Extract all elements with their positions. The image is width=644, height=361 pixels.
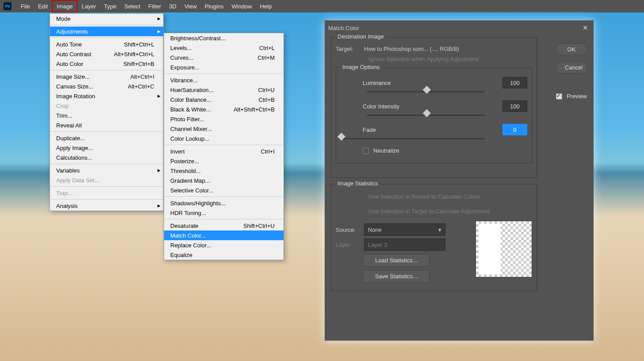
close-icon[interactable]: ✕ <box>583 24 588 32</box>
mi-replace-color[interactable]: Replace Color... <box>164 240 284 250</box>
match-color-dialog: Match Color ✕ OK Cancel Preview Destinat… <box>325 20 594 341</box>
ps-logo-icon: Ps <box>4 2 12 10</box>
mi-calculations[interactable]: Calculations... <box>50 153 163 162</box>
luminance-label: Luminance <box>363 80 391 86</box>
mi-photo-filter[interactable]: Photo Filter... <box>164 114 284 124</box>
neutralize-checkbox[interactable] <box>363 148 369 154</box>
menu-3d[interactable]: 3D <box>165 0 180 12</box>
mi-vibrance[interactable]: Vibrance... <box>164 75 284 85</box>
mi-auto-color[interactable]: Auto ColorShift+Ctrl+B <box>50 59 163 69</box>
mi-auto-contrast[interactable]: Auto ContrastAlt+Shift+Ctrl+L <box>50 49 163 59</box>
use-tgt-label: Use Selection in Target to Calculate Adj… <box>368 208 490 215</box>
save-statistics-button[interactable]: Save Statistics... <box>363 270 429 283</box>
mi-equalize[interactable]: Equalize <box>164 250 284 260</box>
mi-channel-mixer[interactable]: Channel Mixer... <box>164 124 284 134</box>
menu-file[interactable]: File <box>17 0 34 12</box>
layer-select: Layer 3 <box>364 238 445 251</box>
mi-curves[interactable]: Curves...Ctrl+M <box>164 53 284 62</box>
target-value: How to Photoshop som... (..., RGB/8) <box>364 46 459 52</box>
load-statistics-button[interactable]: Load Statistics... <box>363 254 429 267</box>
color-intensity-label: Color Intensity <box>363 103 399 110</box>
mi-selective-color[interactable]: Selective Color... <box>164 185 284 195</box>
adjustments-submenu: Brightness/Contrast... Levels...Ctrl+L C… <box>164 33 284 260</box>
menu-select[interactable]: Select <box>120 0 144 12</box>
mi-variables[interactable]: Variables▶ <box>50 165 163 175</box>
mi-color-balance[interactable]: Color Balance...Ctrl+B <box>164 95 284 104</box>
menu-image[interactable]: Image <box>52 0 77 12</box>
mi-threshold[interactable]: Threshold... <box>164 166 284 176</box>
mi-match-color[interactable]: Match Color... <box>164 230 284 240</box>
source-label: Source: <box>336 227 364 233</box>
preview-label: Preview <box>567 93 587 100</box>
fade-label: Fade <box>363 127 376 133</box>
preview-checkbox[interactable] <box>556 93 562 100</box>
chevron-right-icon: ▶ <box>157 168 161 173</box>
menu-type[interactable]: Type <box>100 0 120 12</box>
menu-filter[interactable]: Filter <box>144 0 165 12</box>
image-options-legend: Image Options <box>340 64 383 70</box>
menubar: Ps File Edit Image Layer Type Select Fil… <box>0 0 644 12</box>
mi-adjustments[interactable]: Adjustments▶ <box>50 27 163 36</box>
menu-view[interactable]: View <box>180 0 201 12</box>
luminance-slider[interactable] <box>367 91 485 92</box>
use-src-label: Use Selection in Source to Calculate Col… <box>368 193 480 200</box>
mi-mode[interactable]: Mode▶ <box>50 14 163 23</box>
mi-reveal-all[interactable]: Reveal All <box>50 120 163 130</box>
luminance-input[interactable]: 100 <box>502 77 527 88</box>
mi-shadows-highlights[interactable]: Shadows/Highlights... <box>164 198 284 208</box>
mi-image-size[interactable]: Image Size...Alt+Ctrl+I <box>50 72 163 81</box>
mi-posterize[interactable]: Posterize... <box>164 156 284 166</box>
mi-hdr-toning[interactable]: HDR Toning... <box>164 208 284 218</box>
mi-black-white[interactable]: Black & White...Alt+Shift+Ctrl+B <box>164 104 284 114</box>
menu-help[interactable]: Help <box>256 0 276 12</box>
use-src-checkbox <box>358 194 364 200</box>
mi-crop: Crop <box>50 101 163 111</box>
ignore-checkbox <box>358 56 364 62</box>
mi-desaturate[interactable]: DesaturateShift+Ctrl+U <box>164 221 284 230</box>
mi-hue-saturation[interactable]: Hue/Saturation...Ctrl+U <box>164 85 284 95</box>
chevron-right-icon: ▶ <box>157 204 161 208</box>
mi-gradient-map[interactable]: Gradient Map... <box>164 176 284 185</box>
mi-analysis[interactable]: Analysis▶ <box>50 201 163 211</box>
mi-auto-tone[interactable]: Auto ToneShift+Ctrl+L <box>50 39 163 49</box>
layer-label: Layer: <box>336 242 364 248</box>
menu-edit[interactable]: Edit <box>34 0 52 12</box>
mi-canvas-size[interactable]: Canvas Size...Alt+Ctrl+C <box>50 81 163 91</box>
fade-input[interactable]: 0 <box>502 124 527 135</box>
chevron-right-icon: ▶ <box>157 94 161 98</box>
source-preview <box>475 221 532 277</box>
menu-layer[interactable]: Layer <box>78 0 100 12</box>
use-tgt-checkbox <box>358 208 364 215</box>
cancel-button[interactable]: Cancel <box>556 61 587 73</box>
destination-legend: Destination Image <box>335 33 387 40</box>
fade-slider[interactable] <box>341 138 485 139</box>
image-menu-dropdown: Mode▶ Adjustments▶ Auto ToneShift+Ctrl+L… <box>50 13 164 211</box>
dialog-title: Match Color <box>328 25 359 31</box>
mi-trim[interactable]: Trim... <box>50 111 163 120</box>
chevron-down-icon: ▾ <box>438 227 441 233</box>
chevron-right-icon: ▶ <box>157 29 161 34</box>
color-intensity-input[interactable]: 100 <box>502 100 527 112</box>
mi-levels[interactable]: Levels...Ctrl+L <box>164 43 284 53</box>
mi-apply-image[interactable]: Apply Image... <box>50 143 163 153</box>
chevron-right-icon: ▶ <box>157 16 161 21</box>
mi-apply-data-set: Apply Data Set... <box>50 175 163 185</box>
source-select[interactable]: None▾ <box>364 223 445 236</box>
mi-trap: Trap... <box>50 188 163 198</box>
mi-color-lookup[interactable]: Color Lookup... <box>164 134 284 143</box>
image-statistics-legend: Image Statistics <box>335 180 381 187</box>
mi-brightness-contrast[interactable]: Brightness/Contrast... <box>164 33 284 43</box>
neutralize-label: Neutralize <box>373 147 399 154</box>
mi-invert[interactable]: InvertCtrl+I <box>164 146 284 156</box>
ignore-label: Ignore Selection when Applying Adjustmen… <box>368 56 479 62</box>
color-intensity-slider[interactable] <box>367 115 485 116</box>
ok-button[interactable]: OK <box>556 43 587 55</box>
menu-plugins[interactable]: Plugins <box>201 0 228 12</box>
mi-image-rotation[interactable]: Image Rotation▶ <box>50 91 163 101</box>
target-label: Target: <box>336 46 364 52</box>
menu-window[interactable]: Window <box>227 0 256 12</box>
mi-exposure[interactable]: Exposure... <box>164 62 284 72</box>
mi-duplicate[interactable]: Duplicate... <box>50 133 163 143</box>
